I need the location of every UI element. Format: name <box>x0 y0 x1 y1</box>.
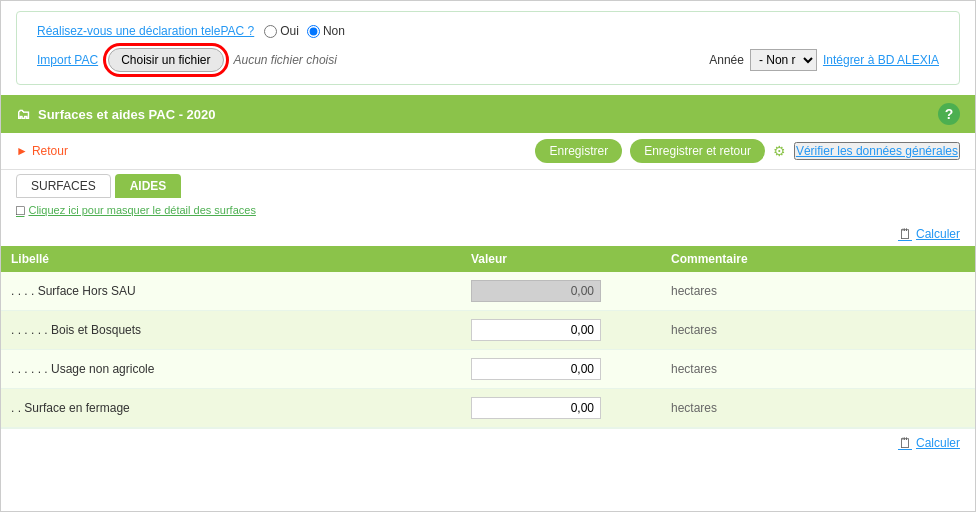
enregistrer-button[interactable]: Enregistrer <box>535 139 622 163</box>
calculer-top-label: Calculer <box>916 227 960 241</box>
commentaire-cell: hectares <box>661 389 975 428</box>
oui-non-radio-group: Oui Non <box>264 24 345 38</box>
table-row: . . Surface en fermagehectares <box>1 389 975 428</box>
tab-aides[interactable]: AIDES <box>115 174 182 198</box>
import-pac-label[interactable]: Import PAC <box>37 53 98 67</box>
annee-label: Année <box>709 53 744 67</box>
valeur-input <box>471 280 601 302</box>
retour-link[interactable]: ► Retour <box>16 144 68 158</box>
toggle-detail-label: Cliquez ici pour masquer le détail des s… <box>28 204 255 216</box>
table-row: . . . . Surface Hors SAUhectares <box>1 272 975 311</box>
toggle-detail-link[interactable]: □ Cliquez ici pour masquer le détail des… <box>16 202 960 218</box>
table-row: . . . . . . Usage non agricolehectares <box>1 350 975 389</box>
minus-icon: □ <box>16 202 24 218</box>
calculer-bottom-label: Calculer <box>916 436 960 450</box>
briefcase-icon: 🗂 <box>16 106 30 122</box>
valeur-header: Valeur <box>461 246 661 272</box>
enregistrer-retour-button[interactable]: Enregistrer et retour <box>630 139 765 163</box>
table-row: . . . . . . Bois et Bosquetshectares <box>1 311 975 350</box>
retour-label: Retour <box>32 144 68 158</box>
tab-surfaces[interactable]: SURFACES <box>16 174 111 198</box>
valeur-cell <box>461 311 661 350</box>
commentaire-cell: hectares <box>661 311 975 350</box>
calculer-top-row: 🗒 Calculer <box>1 222 975 246</box>
non-radio[interactable] <box>307 25 320 38</box>
valeur-input[interactable] <box>471 358 601 380</box>
table-header-row: Libellé Valeur Commentaire <box>1 246 975 272</box>
calculer-bottom-button[interactable]: 🗒 Calculer <box>898 435 960 451</box>
telepac-question-label: Réalisez-vous une déclaration telePAC ? <box>37 24 254 38</box>
oui-label: Oui <box>280 24 299 38</box>
action-buttons: Enregistrer Enregistrer et retour ⚙ Véri… <box>535 139 960 163</box>
valeur-cell <box>461 350 661 389</box>
verifier-donnees-button[interactable]: Vérifier les données générales <box>794 142 960 160</box>
calculator-bottom-icon: 🗒 <box>898 435 912 451</box>
commentaire-header: Commentaire <box>661 246 975 272</box>
gear-icon: ⚙ <box>773 143 786 159</box>
no-file-label: Aucun fichier choisi <box>234 53 337 67</box>
valeur-input[interactable] <box>471 319 601 341</box>
libelle-cell: . . . . . . Bois et Bosquets <box>1 311 461 350</box>
oui-radio[interactable] <box>264 25 277 38</box>
calculer-top-button[interactable]: 🗒 Calculer <box>898 226 960 242</box>
nav-bar: ► Retour Enregistrer Enregistrer et reto… <box>1 133 975 170</box>
hectares-label: hectares <box>671 284 717 298</box>
section-title: 🗂 Surfaces et aides PAC - 2020 <box>16 106 216 122</box>
valeur-input[interactable] <box>471 397 601 419</box>
libelle-cell: . . Surface en fermage <box>1 389 461 428</box>
valeur-cell <box>461 272 661 311</box>
hectares-label: hectares <box>671 323 717 337</box>
commentaire-cell: hectares <box>661 272 975 311</box>
libelle-header: Libellé <box>1 246 461 272</box>
table-wrapper: Libellé Valeur Commentaire . . . . Surfa… <box>1 246 975 428</box>
libelle-cell: . . . . . . Usage non agricole <box>1 350 461 389</box>
annee-select[interactable]: - Non r 2020 2019 2018 <box>750 49 817 71</box>
valeur-cell <box>461 389 661 428</box>
section-header: 🗂 Surfaces et aides PAC - 2020 ? <box>1 95 975 133</box>
choose-file-button[interactable]: Choisir un fichier <box>108 48 223 72</box>
section-title-text: Surfaces et aides PAC - 2020 <box>38 107 216 122</box>
commentaire-cell: hectares <box>661 350 975 389</box>
toggle-detail: □ Cliquez ici pour masquer le détail des… <box>1 198 975 222</box>
hectares-label: hectares <box>671 401 717 415</box>
calculator-icon: 🗒 <box>898 226 912 242</box>
non-label: Non <box>323 24 345 38</box>
integrer-bd-alexia-button[interactable]: Intégrer à BD ALEXIA <box>823 53 939 67</box>
hectares-label: hectares <box>671 362 717 376</box>
libelle-cell: . . . . Surface Hors SAU <box>1 272 461 311</box>
data-table: Libellé Valeur Commentaire . . . . Surfa… <box>1 246 975 428</box>
help-button[interactable]: ? <box>938 103 960 125</box>
calculer-bottom-row: 🗒 Calculer <box>1 428 975 457</box>
annee-group: Année - Non r 2020 2019 2018 Intégrer à … <box>709 49 939 71</box>
arrow-left-icon: ► <box>16 144 28 158</box>
tabs-row: SURFACES AIDES <box>1 170 975 198</box>
